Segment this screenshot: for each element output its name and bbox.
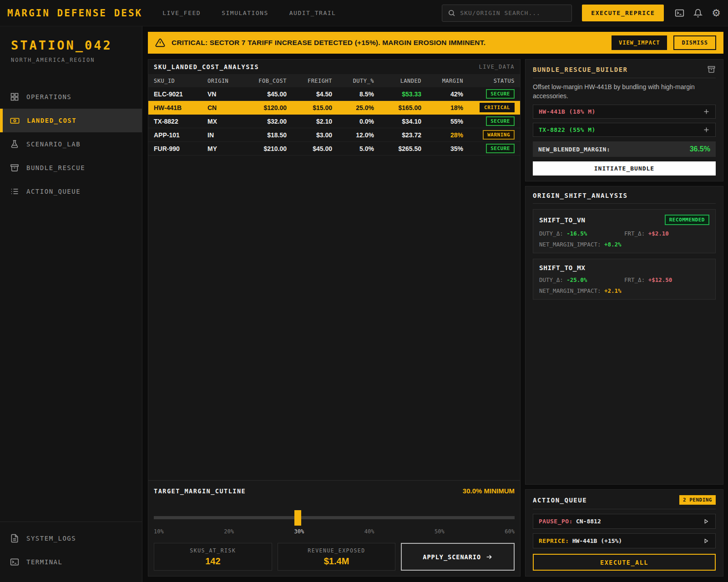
- col-sku-id: SKU_ID: [154, 78, 207, 84]
- table-row[interactable]: TX-8822 MX $32.00 $2.10 0.0% $34.10 55% …: [148, 115, 520, 128]
- play-icon[interactable]: [703, 537, 710, 545]
- sidebar-item-bundle-rescue[interactable]: BUNDLE_RESCUE: [0, 156, 142, 180]
- cutline-title: TARGET_MARGIN_CUTLINE: [154, 487, 246, 495]
- cell-margin: 42%: [421, 90, 463, 98]
- origin-panel-title: ORIGIN_SHIFT_ANALYSIS: [533, 192, 628, 199]
- status-badge: SECURE: [486, 144, 515, 153]
- flask-icon: [10, 140, 19, 149]
- duty-delta-value: -25.0%: [566, 276, 587, 283]
- blended-margin-label: NEW_BLENDED_MARGIN:: [538, 146, 610, 153]
- table-row[interactable]: ELC-9021 VN $45.00 $4.50 8.5% $53.33 42%…: [148, 87, 520, 101]
- cell-sku: FUR-990: [154, 145, 207, 152]
- cell-duty: 8.5%: [332, 90, 374, 98]
- sidebar-item-label: OPERATIONS: [26, 93, 71, 100]
- slider-track[interactable]: [154, 516, 515, 519]
- table-row[interactable]: APP-101 IN $18.50 $3.00 12.0% $23.72 28%…: [148, 128, 520, 142]
- status-badge: SECURE: [486, 89, 515, 99]
- cell-sku: HW-441B: [154, 104, 207, 111]
- top-icon-group: ⚙: [675, 8, 721, 18]
- col-fob-cost: FOB_COST: [247, 78, 287, 84]
- col-freight: FREIGHT: [287, 78, 332, 84]
- bundle-item-tx8822[interactable]: TX-8822 (55% M): [533, 123, 716, 137]
- col-margin: MARGIN: [421, 78, 463, 84]
- gear-icon[interactable]: ⚙: [712, 8, 721, 18]
- cell-freight: $15.00: [287, 104, 332, 111]
- bundle-panel-title: BUNDLE_RESCUE_BUILDER: [533, 66, 628, 73]
- cell-fob: $120.00: [247, 104, 287, 111]
- cell-sku: APP-101: [154, 131, 207, 139]
- tick-label-active: 30%: [294, 528, 304, 535]
- cell-origin: MX: [207, 118, 247, 125]
- plus-icon[interactable]: [703, 108, 710, 115]
- divider: [533, 509, 716, 509]
- divider: [533, 78, 716, 78]
- col-origin: ORIGIN: [207, 78, 247, 84]
- recommended-badge: RECOMMENDED: [665, 215, 709, 225]
- margin-slider[interactable]: [154, 511, 515, 525]
- cell-fob: $32.00: [247, 118, 287, 125]
- cell-freight: $4.50: [287, 90, 332, 98]
- plus-icon[interactable]: [703, 126, 710, 133]
- target-margin-cutline-section: TARGET_MARGIN_CUTLINE 30.0% MINIMUM 10% …: [148, 480, 520, 576]
- execute-all-button[interactable]: EXECUTE_ALL: [533, 554, 716, 571]
- grid-icon: [10, 92, 19, 101]
- sidebar-item-operations[interactable]: OPERATIONS: [0, 85, 142, 109]
- cell-sku: TX-8822: [154, 118, 207, 125]
- bundle-item-hw441b[interactable]: HW-441B (18% M): [533, 105, 716, 119]
- cell-fob: $210.00: [247, 145, 287, 152]
- sidebar-footer: SYSTEM_LOGS TERMINAL: [0, 522, 142, 574]
- queue-action-label: PAUSE_PO:: [539, 518, 573, 525]
- sidebar-spacer: [0, 203, 142, 522]
- table-header-row: SKU_ID ORIGIN FOB_COST FREIGHT DUTY_% LA…: [148, 74, 520, 87]
- table-row-selected[interactable]: HW-441B CN $120.00 $15.00 25.0% $165.00 …: [148, 101, 520, 115]
- table-titlebar: SKU_LANDED_COST_ANALYSIS LIVE_DATA: [148, 60, 520, 74]
- status-badge: WARNING: [483, 130, 515, 140]
- apply-scenario-button[interactable]: APPLY_SCENARIO: [401, 543, 515, 571]
- apply-scenario-label: APPLY_SCENARIO: [423, 553, 481, 561]
- nav-audit-trail[interactable]: AUDIT_TRAIL: [289, 10, 336, 16]
- alert-actions: VIEW_IMPACT DISMISS: [612, 35, 716, 50]
- slider-handle[interactable]: [294, 510, 301, 526]
- cell-landed: $53.33: [374, 90, 421, 98]
- search-box[interactable]: [442, 5, 572, 22]
- table-row[interactable]: FUR-990 MY $210.00 $45.00 5.0% $265.50 3…: [148, 142, 520, 156]
- sidebar-item-scenario-lab[interactable]: SCENARIO_LAB: [0, 132, 142, 156]
- cell-sku: ELC-9021: [154, 90, 207, 98]
- sidebar-item-terminal[interactable]: TERMINAL: [0, 550, 72, 574]
- arrow-right-icon: [485, 553, 493, 561]
- play-icon[interactable]: [703, 518, 710, 525]
- queue-item-reprice[interactable]: REPRICE: HW-441B (+15%): [533, 533, 716, 548]
- blended-margin-value: 36.5%: [690, 145, 710, 153]
- archive-icon[interactable]: [707, 65, 716, 74]
- sidebar-item-landed-cost[interactable]: LANDED_COST: [0, 109, 142, 132]
- queue-target-label: HW-441B (+15%): [572, 537, 622, 544]
- nav-live-feed[interactable]: LIVE_FEED: [162, 10, 201, 16]
- sidebar-item-system-logs[interactable]: SYSTEM_LOGS: [0, 527, 86, 550]
- sidebar-item-action-queue[interactable]: ACTION_QUEUE: [0, 180, 142, 203]
- duty-delta-label: DUTY_Δ:: [539, 230, 563, 237]
- execute-reprice-button[interactable]: EXECUTE_REPRICE: [582, 5, 664, 21]
- search-input[interactable]: [460, 10, 566, 16]
- queue-item-pause-po[interactable]: PAUSE_PO: CN-8812: [533, 514, 716, 529]
- revenue-exposed-stat: REVENUE_EXPOSED $1.4M: [278, 543, 396, 571]
- terminal-icon: [10, 557, 19, 567]
- frt-delta-value: +$12.50: [648, 276, 672, 283]
- initiate-bundle-button[interactable]: INITIATE_BUNDLE: [533, 161, 716, 176]
- stat-value: $1.4M: [281, 556, 393, 567]
- cell-margin: 18%: [421, 104, 463, 111]
- bell-icon[interactable]: [693, 9, 703, 18]
- document-icon: [10, 534, 19, 543]
- top-bar: MARGIN DEFENSE DESK LIVE_FEED SIMULATION…: [0, 0, 728, 26]
- archive-icon: [10, 163, 19, 172]
- cell-origin: IN: [207, 131, 247, 139]
- origin-shift-analysis-panel: ORIGIN_SHIFT_ANALYSIS SHIFT_TO_VN RECOMM…: [525, 186, 723, 485]
- terminal-icon[interactable]: [675, 8, 684, 18]
- nav-simulations[interactable]: SIMULATIONS: [222, 10, 268, 16]
- duty-delta-value: -16.5%: [566, 230, 587, 237]
- tick-label: 60%: [505, 528, 515, 535]
- status-badge: CRITICAL: [480, 103, 515, 112]
- app-logo: MARGIN DEFENSE DESK: [7, 8, 142, 19]
- view-impact-button[interactable]: VIEW_IMPACT: [612, 35, 667, 50]
- cell-origin: VN: [207, 90, 247, 98]
- dismiss-button[interactable]: DISMISS: [673, 35, 716, 50]
